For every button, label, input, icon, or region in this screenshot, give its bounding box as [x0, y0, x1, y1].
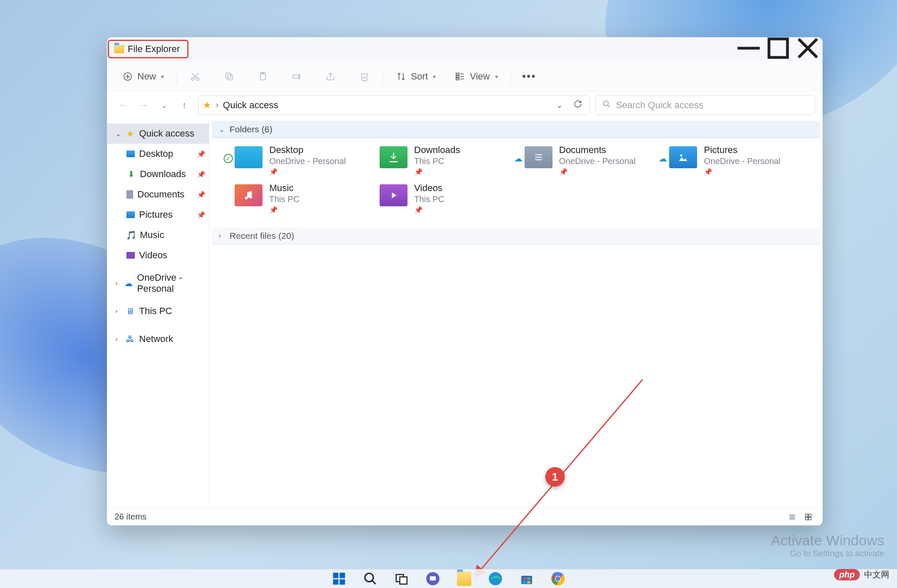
- folder-name: Documents: [559, 145, 636, 156]
- svg-point-29: [680, 154, 682, 156]
- paste-icon: [257, 71, 268, 82]
- chevron-down-icon: ▾: [433, 73, 436, 80]
- up-button[interactable]: ↑: [178, 99, 191, 112]
- more-button[interactable]: •••: [519, 68, 540, 85]
- folder-location: OneDrive - Personal: [559, 156, 636, 166]
- share-button[interactable]: [320, 68, 341, 85]
- svg-point-24: [604, 101, 609, 106]
- divider: [511, 69, 511, 84]
- delete-button[interactable]: [354, 68, 375, 85]
- svg-rect-11: [227, 75, 232, 80]
- breadcrumb-sep: ›: [216, 100, 219, 111]
- pin-icon: 📌: [704, 168, 780, 176]
- sidebar-item-quick-access[interactable]: ⌄ ★ Quick access: [107, 123, 209, 144]
- cloud-icon: ☁: [124, 279, 133, 288]
- svg-rect-43: [333, 579, 339, 585]
- maximize-button[interactable]: [763, 37, 793, 59]
- pin-icon: 📌: [197, 170, 205, 178]
- picture-icon: [126, 211, 135, 218]
- start-button[interactable]: [331, 570, 347, 587]
- item-count: 26 items: [115, 512, 147, 522]
- folder-item[interactable]: VideosThis PC📌: [380, 182, 516, 216]
- sidebar-item-this-pc[interactable]: › 🖥 This PC: [107, 301, 209, 321]
- recent-locations-button[interactable]: ⌄: [158, 99, 170, 112]
- pin-icon: 📌: [197, 211, 205, 219]
- sidebar-label: Music: [140, 230, 164, 241]
- store-button[interactable]: [518, 570, 535, 587]
- task-view-button[interactable]: [393, 570, 410, 587]
- sidebar-label: Documents: [137, 189, 184, 200]
- sidebar-item-music[interactable]: 🎵 Music: [107, 225, 209, 245]
- window-tab[interactable]: File Explorer: [108, 40, 189, 58]
- group-header-folders[interactable]: ⌄ Folders (6): [212, 121, 820, 138]
- folder-name: Videos: [414, 183, 444, 194]
- group-label: Folders (6): [230, 124, 273, 134]
- svg-point-59: [555, 576, 560, 581]
- sidebar-item-onedrive[interactable]: › ☁ OneDrive - Personal: [107, 273, 209, 293]
- cloud-icon: ☁: [658, 154, 667, 163]
- folder-item[interactable]: ✓DesktopOneDrive - Personal📌: [235, 144, 371, 178]
- sidebar-item-documents[interactable]: Documents 📌: [107, 184, 209, 205]
- group-label: Recent files (20): [230, 231, 294, 241]
- svg-rect-50: [430, 576, 436, 580]
- search-input[interactable]: [616, 100, 808, 111]
- watermark-sub: Go to Settings to activate: [771, 549, 884, 558]
- rename-button[interactable]: [286, 68, 307, 85]
- address-dropdown-button[interactable]: ⌄: [553, 99, 566, 112]
- music-icon: 🎵: [126, 230, 136, 240]
- address-bar[interactable]: ★ › Quick access ⌄: [198, 96, 590, 115]
- folder-item[interactable]: DownloadsThis PC📌: [380, 144, 516, 178]
- folder-item[interactable]: MusicThis PC📌: [235, 182, 371, 216]
- sidebar-item-videos[interactable]: Videos: [107, 245, 209, 265]
- pin-icon: 📌: [269, 168, 346, 176]
- folder-item[interactable]: ☁PicturesOneDrive - Personal📌: [669, 144, 806, 178]
- sidebar-item-downloads[interactable]: ⬇ Downloads 📌: [107, 164, 209, 184]
- sidebar-item-desktop[interactable]: Desktop 📌: [107, 144, 209, 164]
- edge-button[interactable]: [487, 570, 504, 587]
- sidebar-label: Videos: [139, 250, 167, 261]
- sync-ok-icon: ✓: [224, 154, 233, 163]
- folder-location: This PC: [414, 194, 444, 204]
- status-bar: 26 items: [107, 508, 823, 525]
- cut-button[interactable]: [185, 68, 206, 85]
- svg-rect-20: [456, 78, 459, 80]
- titlebar: File Explorer: [107, 37, 823, 62]
- group-header-recent[interactable]: › Recent files (20): [212, 227, 820, 244]
- details-view-button[interactable]: [785, 511, 799, 523]
- search-box[interactable]: [595, 96, 815, 115]
- chevron-right-icon: ›: [115, 307, 121, 315]
- svg-rect-38: [805, 517, 808, 520]
- file-explorer-taskbar-button[interactable]: [456, 570, 473, 587]
- sidebar-item-network[interactable]: › 🖧 Network: [107, 329, 209, 349]
- back-button[interactable]: ←: [117, 99, 130, 112]
- sidebar-label: Network: [139, 334, 173, 345]
- star-icon: ★: [203, 100, 211, 111]
- command-bar: New ▾ Sort ▾ View ▾: [107, 62, 823, 91]
- window-title: File Explorer: [128, 44, 180, 55]
- folder-item[interactable]: ☁DocumentsOneDrive - Personal📌: [525, 144, 661, 178]
- search-button[interactable]: [362, 570, 379, 587]
- svg-point-45: [365, 573, 373, 582]
- pin-icon: 📌: [269, 206, 299, 214]
- svg-marker-32: [392, 192, 397, 198]
- cloud-icon: ☁: [514, 154, 523, 163]
- search-icon: [602, 100, 611, 111]
- site-badge: php 中文网: [834, 569, 889, 580]
- chat-button[interactable]: [424, 570, 441, 587]
- chevron-right-icon: ›: [219, 231, 225, 240]
- sidebar-item-pictures[interactable]: Pictures 📌: [107, 205, 209, 225]
- view-button[interactable]: View ▾: [449, 68, 503, 85]
- chrome-button[interactable]: [550, 570, 566, 587]
- new-button[interactable]: New ▾: [117, 68, 169, 85]
- folder-thumb: ☁: [525, 146, 552, 168]
- sort-button[interactable]: Sort ▾: [391, 68, 441, 85]
- close-button[interactable]: [793, 37, 823, 59]
- refresh-button[interactable]: [570, 98, 585, 112]
- pin-icon: 📌: [559, 168, 636, 176]
- sidebar-label: This PC: [139, 306, 172, 317]
- paste-button[interactable]: [252, 68, 273, 85]
- thumbnails-view-button[interactable]: [801, 511, 815, 523]
- copy-button[interactable]: [219, 68, 240, 85]
- forward-button[interactable]: →: [137, 99, 150, 112]
- minimize-button[interactable]: [734, 37, 763, 59]
